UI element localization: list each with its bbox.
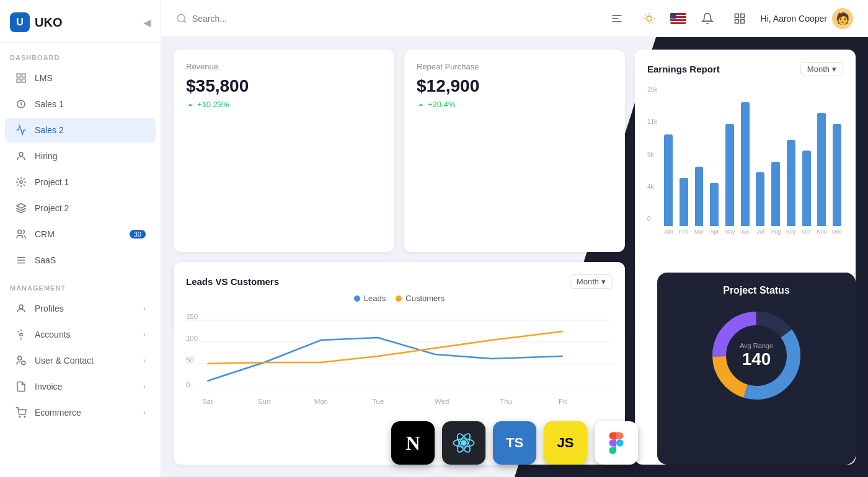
bar-item <box>815 113 828 226</box>
svg-text:0: 0 <box>186 382 190 388</box>
chevron-down-icon: ▾ <box>601 277 606 286</box>
react-icon <box>442 421 485 465</box>
svg-point-14 <box>177 14 185 22</box>
leads-filter-button[interactable]: Month ▾ <box>570 274 613 289</box>
sidebar-item-label: Profiles <box>35 304 64 313</box>
sidebar-item-accounts[interactable]: Accounts › <box>5 322 156 347</box>
bar-item <box>800 151 813 226</box>
ecommerce-icon <box>15 406 27 419</box>
svg-point-19 <box>646 15 651 20</box>
bar <box>695 167 704 226</box>
sidebar-item-label: Invoice <box>35 382 62 392</box>
svg-point-11 <box>22 361 25 365</box>
svg-line-23 <box>652 22 653 22</box>
content-grid: Revenue $35,800 +10.23% Repeat Purchase … <box>161 37 868 477</box>
sidebar-item-saas[interactable]: SaaS <box>5 248 156 273</box>
tech-icons-strip: N TS JS <box>391 421 638 465</box>
svg-rect-26 <box>735 14 738 17</box>
notification-bell-icon[interactable] <box>696 7 719 30</box>
search-area <box>176 13 598 24</box>
sidebar-item-profiles[interactable]: Profiles › <box>5 296 156 321</box>
svg-point-12 <box>19 416 20 418</box>
chevron-down-icon: ▾ <box>832 64 836 74</box>
logo-area: U UKO <box>10 12 62 32</box>
invoice-icon <box>15 380 27 393</box>
svg-text:Sat: Sat <box>202 398 213 405</box>
chart-legend: Leads Customers <box>186 294 613 303</box>
svg-text:100: 100 <box>186 335 198 342</box>
apps-grid-icon[interactable] <box>728 7 751 30</box>
svg-point-7 <box>18 230 22 234</box>
sidebar-item-invoice[interactable]: Invoice › <box>5 374 156 399</box>
bar-item <box>708 183 720 226</box>
sidebar-item-label: Accounts <box>35 330 71 339</box>
user-contact-icon <box>15 354 27 367</box>
revenue-card: Revenue $35,800 +10.23% <box>174 50 394 252</box>
bar <box>741 102 750 226</box>
sidebar-logo: U UKO ◀ <box>0 0 161 43</box>
bar-item <box>693 167 706 226</box>
bar-x-labels: JanFebMarAprMayJunJulAugSepOctNovDec <box>662 229 843 235</box>
line-chart: 150 100 50 0 Sat Sun Mon Tue Wed Thu Fri <box>186 308 613 407</box>
collapse-sidebar-button[interactable]: ◀ <box>143 17 151 28</box>
sales2-icon <box>15 124 27 136</box>
bar <box>771 162 780 226</box>
theme-toggle-icon[interactable] <box>638 7 660 30</box>
donut-avg-label: Avg Range <box>740 342 773 349</box>
sidebar: U UKO ◀ DASHBOARD LMS Sales 1 Sales 2 Hi… <box>0 0 161 477</box>
project2-icon <box>15 202 27 214</box>
project1-icon <box>15 176 27 188</box>
svg-line-15 <box>184 20 185 22</box>
project-status-title: Project Status <box>723 285 790 296</box>
sidebar-item-project1[interactable]: Project 1 <box>5 170 156 195</box>
svg-point-9 <box>20 333 23 336</box>
leads-dot <box>354 295 360 302</box>
bar-item <box>662 134 675 226</box>
bar-month-label: May <box>724 229 736 235</box>
figma-logo-svg <box>605 432 627 454</box>
revenue-change: +10.23% <box>186 100 382 109</box>
language-flag-icon[interactable] <box>670 13 686 24</box>
svg-rect-0 <box>17 74 20 77</box>
sidebar-item-label: Project 2 <box>35 203 69 213</box>
earnings-filter-button[interactable]: Month ▾ <box>800 62 843 76</box>
svg-point-5 <box>19 152 23 156</box>
sidebar-item-project2[interactable]: Project 2 <box>5 196 156 221</box>
profiles-icon <box>15 302 27 315</box>
bar <box>802 151 811 226</box>
donut-avg-value: 140 <box>740 349 773 369</box>
bar-month-label: Mar <box>693 229 706 235</box>
repeat-purchase-label: Repeat Purchase <box>417 62 613 71</box>
sidebar-item-hiring[interactable]: Hiring <box>5 144 156 168</box>
sidebar-item-label: Sales 1 <box>35 99 64 109</box>
header-actions: Hi, Aaron Cooper 🧑 <box>606 7 853 30</box>
search-input[interactable] <box>192 14 316 24</box>
svg-rect-28 <box>735 19 738 23</box>
header: Hi, Aaron Cooper 🧑 <box>161 0 868 37</box>
user-profile-area[interactable]: Hi, Aaron Cooper 🧑 <box>761 8 853 29</box>
sidebar-item-sales1[interactable]: Sales 1 <box>5 92 156 116</box>
svg-point-13 <box>24 416 25 418</box>
menu-icon[interactable] <box>606 7 628 30</box>
bar <box>680 178 688 226</box>
donut-center: Avg Range 140 <box>740 342 773 369</box>
bar-month-label: Nov <box>815 229 828 235</box>
sidebar-item-ecommerce[interactable]: Ecommerce › <box>5 400 156 425</box>
sidebar-item-sales2[interactable]: Sales 2 <box>5 118 156 142</box>
svg-point-6 <box>20 181 23 184</box>
chevron-right-icon: › <box>143 382 146 391</box>
legend-leads: Leads <box>354 294 386 303</box>
crm-badge: 30 <box>130 230 146 239</box>
svg-point-8 <box>19 305 23 309</box>
sidebar-item-label: CRM <box>35 229 55 239</box>
bar-month-label: Dec <box>831 229 843 235</box>
sidebar-item-lms[interactable]: LMS <box>5 66 156 90</box>
typescript-icon: TS <box>493 421 536 465</box>
management-section-label: MANAGEMENT <box>0 273 161 295</box>
up-arrow-icon <box>186 100 195 109</box>
search-icon <box>176 13 187 24</box>
bar-item <box>831 124 843 226</box>
bar <box>817 113 826 226</box>
sidebar-item-crm[interactable]: CRM 30 <box>5 222 156 247</box>
sidebar-item-user-contact[interactable]: User & Contact › <box>5 348 156 373</box>
